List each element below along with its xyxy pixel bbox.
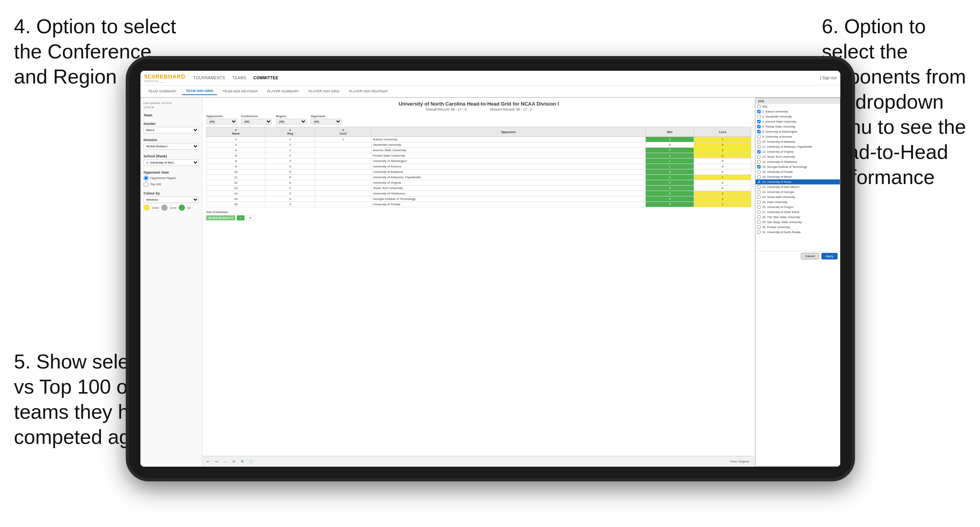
dropdown-item[interactable]: 23. Texas A&M University (756, 194, 840, 200)
dropdown-item[interactable]: 12. University of Virginia (756, 149, 840, 154)
dropdown-checkbox[interactable] (757, 170, 761, 174)
dropdown-checkbox[interactable] (757, 130, 761, 133)
dropdown-checkbox[interactable] (757, 195, 761, 199)
dropdown-checkbox[interactable] (757, 155, 761, 159)
dropdown-checkbox[interactable] (757, 225, 761, 229)
region-filter-select[interactable]: (All) (276, 119, 307, 125)
opponent-view-section: Opponent View Opponents Played Top 100 (144, 171, 199, 187)
dropdown-checkbox[interactable] (757, 215, 761, 219)
main-content: Last Updated: 4/1/2024 16:55:38 Team Gen… (140, 98, 840, 467)
dropdown-item[interactable]: 8. University of Washington (756, 129, 840, 134)
dropdown-item[interactable]: 27. University of Notre Dame (756, 210, 840, 215)
dropdown-item[interactable]: 28. The Ohio State University (756, 215, 840, 220)
cell-opponent: Vanderbilt University (371, 142, 645, 148)
tab-player-h2h-heatmap[interactable]: PLAYER H2H HEATMAP (345, 88, 392, 95)
conference-filter: Conference (All) (241, 114, 272, 125)
dropdown-item[interactable]: 4. Arizona State University (756, 119, 840, 124)
dropdown-checkbox[interactable] (757, 190, 761, 194)
dropdown-item[interactable]: 14. University of Oklahoma (756, 159, 840, 164)
dropdown-checkbox[interactable] (757, 175, 761, 179)
tab-h2h-heatmap[interactable]: TEAM H2H HEATMAP (219, 88, 262, 95)
dropdown-list[interactable]: (All)2. Auburn University3. Vanderbilt U… (756, 104, 840, 251)
dropdown-item[interactable]: 16. University of Florida (756, 169, 840, 174)
division-select[interactable]: NCAA Division I (144, 143, 199, 150)
school-select[interactable]: 1. University of Nort... (144, 159, 199, 166)
cell-opponent: Auburn University (371, 137, 645, 142)
dropdown-checkbox[interactable] (757, 205, 761, 209)
dropdown-checkbox[interactable] (757, 110, 761, 113)
tab-player-summary[interactable]: PLAYER SUMMARY (263, 88, 303, 95)
opponents-played-option[interactable]: Opponents Played (144, 176, 199, 181)
dropdown-item[interactable]: 3. Vanderbilt University (756, 114, 840, 119)
nav-teams[interactable]: TEAMS (232, 76, 246, 80)
colour-by-select[interactable]: Win/loss (144, 196, 199, 203)
dropdown-checkbox[interactable] (757, 125, 761, 128)
cell-opponent: University of Virginia (371, 180, 645, 186)
dropdown-checkbox[interactable] (757, 150, 761, 153)
dropdown-checkbox[interactable] (757, 140, 761, 143)
back-btn[interactable]: ← (222, 459, 229, 464)
dropdown-item[interactable]: 22. University of Georgia (756, 189, 840, 194)
dropdown-item[interactable]: 10. University of Alabama (756, 139, 840, 144)
opponents-filter-select[interactable]: (All) (206, 119, 237, 125)
tab-player-h2h-grid[interactable]: PLAYER H2H GRID (304, 88, 343, 95)
clock-btn[interactable]: 🕐 (247, 459, 255, 464)
school-section: School (Rank) 1. University of Nort... (144, 154, 199, 166)
dropdown-checkbox[interactable] (757, 120, 761, 123)
top100-option[interactable]: Top 100 (144, 182, 199, 187)
colour-by-label: Colour by (144, 191, 199, 195)
cell-conf (315, 191, 371, 196)
dropdown-checkbox[interactable] (757, 180, 761, 184)
dropdown-item[interactable]: 13. Texas Tech University (756, 154, 840, 159)
cancel-button[interactable]: Cancel (801, 253, 819, 259)
conference-filter-select[interactable]: (All) (241, 119, 272, 125)
tab-h2h-grid[interactable]: TEAM H2H GRID (182, 87, 217, 95)
redo-btn[interactable]: ↪ (213, 459, 220, 464)
dropdown-item[interactable]: 2. Auburn University (756, 109, 840, 114)
dropdown-item[interactable]: 11. University of Arkansas, Fayetteville (756, 144, 840, 149)
gender-select[interactable]: Men's (144, 127, 199, 133)
dropdown-item[interactable]: 15. Georgia Institute of Technology (756, 164, 840, 169)
apply-button[interactable]: Apply (821, 253, 838, 259)
refresh-btn[interactable]: ⟳ (231, 459, 238, 464)
tablet: 5C0REBOARD Powered by ___ TOURNAMENTS TE… (126, 56, 855, 481)
undo-btn[interactable]: ↩ (205, 459, 212, 464)
dropdown-item[interactable]: 20. University of Texas (756, 179, 840, 184)
dropdown-item[interactable]: 25. University of Oregon (756, 205, 840, 210)
dropdown-checkbox[interactable] (757, 115, 761, 118)
dropdown-checkbox[interactable] (757, 105, 761, 108)
school-label: School (Rank) (144, 154, 199, 158)
dropdown-item[interactable]: 31. University of North Florida (756, 230, 840, 235)
tab-team-summary[interactable]: TEAM SUMMARY (144, 88, 180, 95)
top100-radio[interactable] (144, 182, 149, 187)
dropdown-item[interactable]: 24. Duke University (756, 200, 840, 205)
dropdown-checkbox[interactable] (757, 165, 761, 169)
dropdown-checkbox[interactable] (757, 220, 761, 224)
opponent-filter-select[interactable]: (All) (311, 119, 342, 125)
sidebar: Last Updated: 4/1/2024 16:55:38 Team Gen… (140, 98, 202, 467)
cell-opponent: University of Florida (371, 202, 645, 207)
dropdown-checkbox[interactable] (757, 160, 761, 164)
dropdown-checkbox[interactable] (757, 145, 761, 148)
dropdown-checkbox[interactable] (757, 210, 761, 214)
copy-btn[interactable]: ⧉ (239, 459, 245, 464)
dropdown-item-label: 8. University of Washington (762, 130, 797, 133)
nav-tournaments[interactable]: TOURNAMENTS (193, 76, 225, 80)
dropdown-item[interactable]: 21. University of New Mexico (756, 184, 840, 189)
dropdown-checkbox[interactable] (757, 230, 761, 234)
logo-area: 5C0REBOARD Powered by ___ (144, 73, 185, 82)
dropdown-item[interactable]: 18. University of Illinois (756, 174, 840, 179)
dropdown-item[interactable]: 9. University of Arizona (756, 134, 840, 139)
dropdown-checkbox[interactable] (757, 185, 761, 189)
dropdown-item[interactable]: 29. San Diego State University (756, 220, 840, 225)
table-row: 8 2 University of Washington 1 0 (207, 159, 751, 164)
dropdown-item[interactable]: (All) (756, 104, 840, 109)
opponents-played-radio[interactable] (144, 176, 149, 181)
dropdown-checkbox[interactable] (757, 200, 761, 204)
col-reg: #Reg (265, 127, 315, 137)
dropdown-item[interactable]: 30. Purdue University (756, 225, 840, 230)
cell-reg: 3 (265, 164, 315, 169)
dropdown-item[interactable]: 6. Florida State University (756, 124, 840, 129)
dropdown-checkbox[interactable] (757, 135, 761, 138)
nav-committee[interactable]: COMMITTEE (253, 76, 279, 80)
